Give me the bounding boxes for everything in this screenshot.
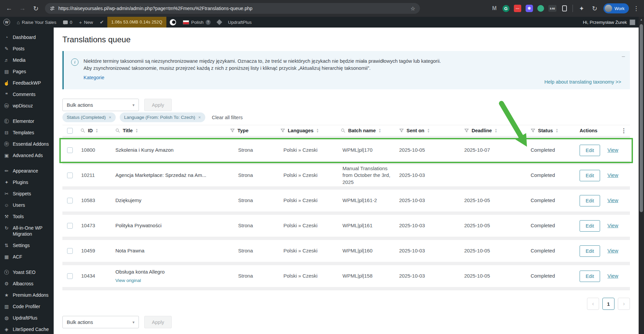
row-checkbox[interactable] [67, 248, 73, 254]
view-link[interactable]: View [607, 273, 618, 279]
apply-button[interactable]: Apply [144, 99, 172, 111]
sidebar-item-comments[interactable]: ❝Comments [0, 89, 54, 100]
bulk-actions-select[interactable]: Bulk actions ▾ [62, 316, 139, 328]
wp-logo-menu[interactable]: W [0, 17, 13, 28]
plugin-logo-menu[interactable] [166, 17, 179, 28]
wpml-menu[interactable] [214, 17, 225, 28]
history-icon[interactable]: ↻ [590, 5, 599, 12]
side-panel-star-icon[interactable]: ✦ [577, 5, 586, 12]
table-options-icon[interactable]: ⋮ [621, 127, 627, 134]
site-name-menu[interactable]: ⌂ Raise Your Sales [13, 17, 60, 28]
sort-icon[interactable]: ▴▾ [96, 128, 98, 133]
row-checkbox[interactable] [67, 223, 73, 229]
sidebar-item-settings[interactable]: ⇅Settings [0, 240, 54, 251]
funnel-icon[interactable] [464, 128, 469, 133]
column-header-status[interactable]: Status ▴▾ [526, 128, 573, 133]
extension-m-icon[interactable]: M [491, 5, 498, 12]
current-page-button[interactable]: 1 [602, 298, 614, 310]
back-icon[interactable]: ← [5, 5, 13, 12]
categories-link[interactable]: Kategorie [84, 75, 104, 80]
select-all-checkbox[interactable] [67, 128, 73, 134]
funnel-icon[interactable] [280, 128, 285, 133]
extension-grammarly-icon[interactable]: G [502, 5, 509, 12]
extension-purple-icon[interactable]: ✻ [526, 5, 533, 12]
new-content-menu[interactable]: + New [75, 17, 96, 28]
view-original-link[interactable]: View original [115, 278, 219, 284]
remove-filter-icon[interactable]: × [109, 115, 111, 120]
extension-clipboard-icon[interactable] [562, 5, 567, 11]
collapse-notice-icon[interactable]: − [622, 53, 625, 60]
clear-all-filters-link[interactable]: Clear all filters [212, 115, 243, 120]
sidebar-item-premium-addons[interactable]: ★Premium Addons [0, 289, 54, 301]
column-header-sent-on[interactable]: Sent on ▴▾ [396, 128, 460, 133]
sidebar-item-templates[interactable]: ⊟Templates [0, 127, 54, 138]
sidebar-item-wpdiscuz[interactable]: ⓌwpDiscuz [0, 100, 54, 111]
edit-button[interactable]: Edit [580, 145, 600, 156]
scrollbar-thumb[interactable] [640, 24, 643, 212]
extension-red-icon[interactable]: ⋯ [514, 5, 521, 12]
table-row[interactable]: 10800 Szkolenia i Kursy Amazon Strona Po… [62, 139, 630, 164]
sidebar-item-acf[interactable]: ▦ACF [0, 251, 54, 263]
view-link[interactable]: View [607, 172, 618, 179]
funnel-icon[interactable] [531, 128, 535, 133]
address-bar[interactable]: https://raiseyoursales.pl/wp-admin/admin… [45, 3, 420, 14]
reload-icon[interactable]: ↻ [32, 5, 40, 12]
query-monitor-stats[interactable]: 1.06s 53.0MB 0.14s 252Q [107, 17, 166, 28]
sort-icon[interactable]: ▴▾ [556, 128, 557, 133]
check-logo-menu[interactable]: ✔ [96, 17, 107, 28]
sidebar-item-tools[interactable]: ⚒Tools [0, 211, 54, 222]
bookmark-star-icon[interactable]: ☆ [411, 5, 415, 12]
account-menu[interactable]: Hi, Przemysław Żurek [583, 19, 635, 25]
column-header-batch-name[interactable]: Batch name ▴▾ [334, 128, 396, 133]
filter-chip-language[interactable]: Language (From: Polish To: Czech) × [120, 112, 205, 122]
page-scrollbar[interactable]: ▲ [639, 17, 644, 334]
edit-button[interactable]: Edit [580, 271, 600, 282]
sidebar-item-posts[interactable]: ✎Posts [0, 43, 54, 54]
edit-button[interactable]: Edit [580, 170, 600, 181]
funnel-icon[interactable] [230, 128, 235, 133]
sort-icon[interactable]: ▴▾ [495, 128, 496, 133]
table-row[interactable]: 10434 Obsługa konta Allegro View origina… [62, 265, 630, 290]
sidebar-item-updraftplus[interactable]: ◍UpdraftPlus [0, 312, 54, 324]
sidebar-item-albacross[interactable]: ⚙Albacross [0, 278, 54, 289]
table-row[interactable]: 10211 Agencja Marketplace: Sprzedaż na A… [62, 164, 630, 190]
sidebar-item-dashboard[interactable]: ◔Dashboard [0, 32, 54, 43]
sort-icon[interactable]: ▴▾ [379, 128, 380, 133]
table-row[interactable]: 10473 Polityka Prywatności Strona Polski… [62, 215, 630, 240]
previous-page-button[interactable]: ‹ [587, 298, 599, 310]
column-header-title[interactable]: Title ▴▾ [109, 128, 223, 133]
url-text[interactable]: https://raiseyoursales.pl/wp-admin/admin… [58, 6, 407, 11]
browser-profile-button[interactable]: Work [603, 3, 629, 13]
filter-chip-status[interactable]: Status (Completed) × [62, 112, 116, 122]
sidebar-item-advanced-ads[interactable]: ▣Advanced Ads [0, 150, 54, 161]
sort-icon[interactable]: ▴▾ [428, 128, 429, 133]
sidebar-item-essential-addons[interactable]: ⓔEssential Addons [0, 138, 54, 150]
sort-icon[interactable]: ▴▾ [136, 128, 138, 133]
view-link[interactable]: View [607, 247, 618, 254]
bulk-actions-select[interactable]: Bulk actions ▾ [62, 99, 139, 111]
sidebar-item-plugins[interactable]: ✦Plugins [0, 177, 54, 188]
view-link[interactable]: View [607, 147, 618, 153]
row-checkbox[interactable] [67, 198, 73, 203]
apply-button[interactable]: Apply [144, 316, 172, 328]
extension-meter-icon[interactable]: 3.92 [548, 5, 556, 12]
funnel-icon[interactable] [399, 128, 404, 133]
remove-filter-icon[interactable]: × [198, 115, 201, 120]
site-info-icon[interactable] [50, 6, 55, 11]
view-link[interactable]: View [607, 197, 618, 204]
row-checkbox[interactable] [67, 147, 73, 153]
sidebar-item-users[interactable]: ☺Users [0, 199, 54, 211]
next-page-button[interactable]: › [618, 298, 630, 310]
edit-button[interactable]: Edit [580, 220, 600, 232]
language-switcher[interactable]: Polish ? [179, 17, 214, 28]
table-row[interactable]: 10583 Dziękujemy Strona Polski » Czeski … [62, 190, 630, 215]
column-header-type[interactable]: Type [223, 128, 272, 133]
row-checkbox[interactable] [67, 273, 73, 279]
column-header-languages[interactable]: Languages ▴▾ [272, 128, 334, 133]
sidebar-item-elementor[interactable]: ⒺElementor [0, 115, 54, 127]
view-link[interactable]: View [607, 222, 618, 229]
sidebar-item-all-in-one-wp-migration[interactable]: ↻All-in-One WP Migration [0, 222, 54, 240]
edit-button[interactable]: Edit [580, 245, 600, 257]
search-icon[interactable] [341, 128, 345, 133]
row-checkbox[interactable] [67, 173, 73, 178]
